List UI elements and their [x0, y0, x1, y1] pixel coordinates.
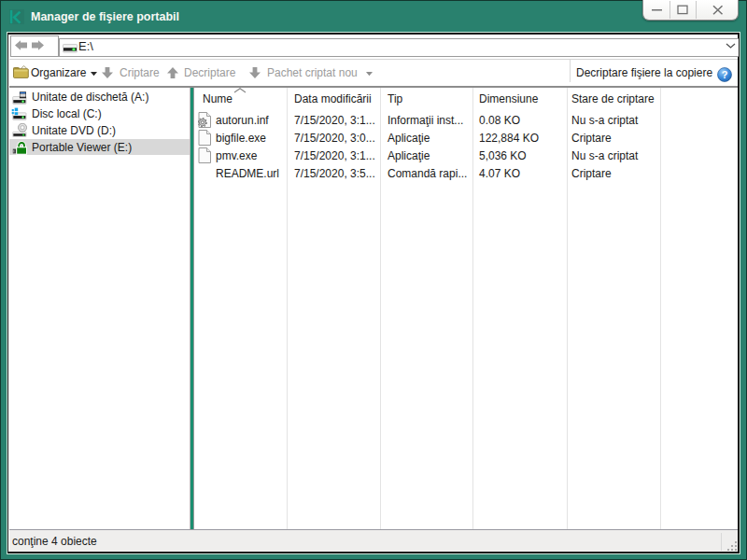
svg-text:?: ? [722, 69, 728, 80]
